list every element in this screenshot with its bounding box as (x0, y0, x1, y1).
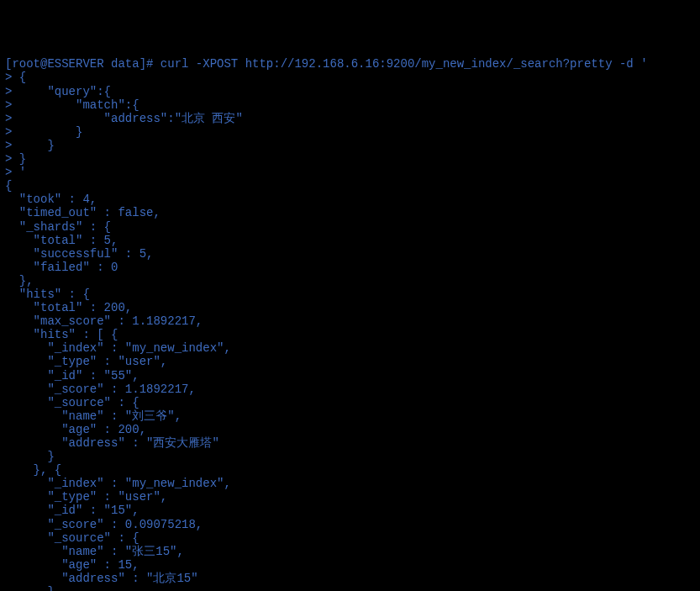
response-line: "total" : 5, (5, 234, 695, 247)
response-line: "successful" : 5, (5, 247, 695, 261)
response-line: "name" : "张三15", (5, 545, 695, 558)
input-line: > } (5, 125, 695, 139)
response-line: "_id" : "55", (5, 369, 695, 383)
response-line: "address" : "西安大雁塔" (5, 436, 695, 450)
input-line: > "address":"北京 西安" (5, 112, 695, 125)
response-line: "_source" : { (5, 531, 695, 545)
response-line: "timed_out" : false, (5, 206, 695, 219)
response-line: "name" : "刘三爷", (5, 409, 695, 423)
response-line: "_shards" : { (5, 220, 695, 234)
input-line: > } (5, 139, 695, 152)
response-line: "max_score" : 1.1892217, (5, 314, 695, 328)
response-line: "_score" : 0.09075218, (5, 518, 695, 531)
response-line: "took" : 4, (5, 193, 695, 206)
response-line: "_score" : 1.1892217, (5, 383, 695, 396)
response-line: "_type" : "user", (5, 355, 695, 368)
input-line: > { (5, 71, 695, 84)
input-line: > "query":{ (5, 85, 695, 98)
command-text: curl -XPOST http://192.168.6.16:9200/my_… (161, 57, 648, 71)
response-line: "address" : "北京15" (5, 572, 695, 585)
input-line: > } (5, 152, 695, 166)
response-line: "_index" : "my_new_index", (5, 477, 695, 490)
prompt: [root@ESSERVER data]# (5, 57, 161, 71)
terminal-output: [root@ESSERVER data]# curl -XPOST http:/… (5, 57, 695, 591)
response-line: "hits" : [ { (5, 328, 695, 341)
response-line: { (5, 179, 695, 193)
response-line: "hits" : { (5, 288, 695, 301)
response-line: "age" : 200, (5, 423, 695, 436)
response-line: "_type" : "user", (5, 490, 695, 504)
input-line: > ' (5, 166, 695, 179)
response-line: "_id" : "15", (5, 504, 695, 517)
response-line: } (5, 450, 695, 463)
response-line: "_source" : { (5, 396, 695, 409)
input-line: > "match":{ (5, 98, 695, 112)
response-line: } (5, 585, 695, 591)
response-line: "age" : 15, (5, 558, 695, 572)
response-line: }, (5, 274, 695, 288)
response-line: "total" : 200, (5, 301, 695, 314)
response-block: { "took" : 4, "timed_out" : false, "_sha… (5, 179, 695, 591)
response-line: }, { (5, 463, 695, 477)
response-line: "failed" : 0 (5, 261, 695, 274)
input-block: > {> "query":{> "match":{> "address":"北京… (5, 71, 695, 179)
response-line: "_index" : "my_new_index", (5, 341, 695, 355)
